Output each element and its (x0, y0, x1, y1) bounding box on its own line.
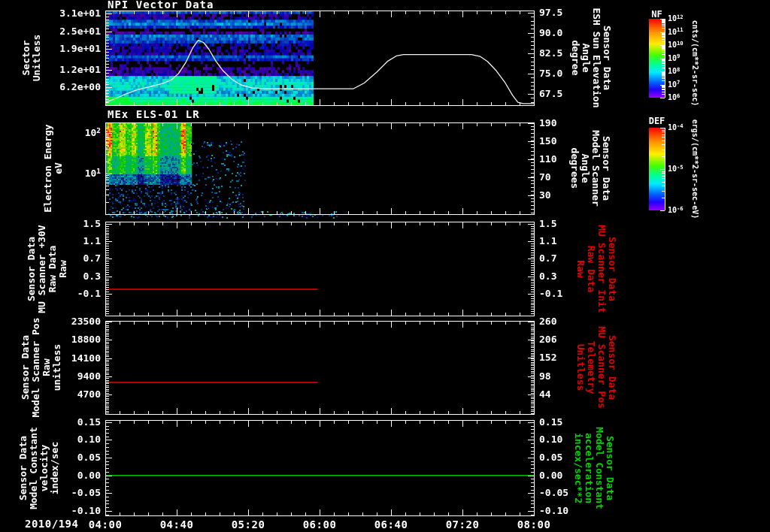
x-tick-label-4: 06:40 (365, 518, 417, 530)
right-tick-label-els-3: 70 (539, 171, 551, 183)
right-axis-label-model-scanner-pos: Sensor Data MU Scanner Pos Telemetry Uni… (575, 326, 617, 409)
right-tick-label-mu-scanner-30v-2: 0.7 (539, 252, 556, 264)
right-tick-label-model-scanner-pos-2: 152 (539, 352, 556, 364)
right-tick-label-model-constant-velocity-5: -0.10 (539, 505, 568, 517)
left-tick-label-model-scanner-pos-4: 4700 (30, 388, 101, 401)
right-tick-label-npi-2: 82.5 (539, 47, 562, 59)
left-tick-label-mu-scanner-30v-2: 0.7 (30, 252, 101, 264)
left-tick-label-model-scanner-pos-2: 14100 (30, 352, 101, 364)
right-tick-label-model-scanner-pos-4: 44 (539, 388, 551, 401)
right-tick-label-mu-scanner-30v-1: 1.1 (539, 235, 556, 247)
left-tick-label-model-constant-velocity-5: -0.10 (30, 505, 101, 517)
right-tick-label-npi-0: 97.5 (539, 7, 562, 19)
left-tick-label-mu-scanner-30v-0: 1.5 (30, 218, 101, 230)
left-tick-label-model-scanner-pos-1: 18800 (30, 334, 101, 346)
right-tick-label-model-constant-velocity-2: 0.05 (539, 452, 562, 464)
right-axis-label-els: Sensor Data Model Scanner Angle degrees (569, 130, 611, 207)
left-axis-label-model-scanner-pos: Sensor Data Model Scanner Pos Raw unitle… (20, 317, 62, 417)
axis-labels-layer: Sector UnitlessSensor Data ESH Sun Eleva… (0, 0, 770, 532)
left-tick-label-mu-scanner-30v-3: 0.3 (30, 271, 101, 283)
colorbar-tick-nf-3: 109 (668, 54, 680, 64)
colorbar-tick-nf-2: 1010 (668, 41, 684, 50)
x-tick-label-0: 04:00 (80, 518, 131, 530)
right-tick-label-model-constant-velocity-3: 0.00 (539, 470, 562, 482)
colorbar-title-def: DEF (645, 116, 668, 126)
left-tick-label-npi-2: 1.9e+01 (30, 43, 101, 55)
colorbar-unit-nf: cnts/(cm**2-sr-sec) (690, 20, 700, 106)
colorbar-tick-nf-6: 106 (668, 93, 680, 103)
right-tick-label-els-1: 150 (539, 135, 556, 147)
right-tick-label-model-constant-velocity-0: 0.15 (539, 416, 562, 428)
left-tick-label-model-constant-velocity-1: 0.10 (30, 434, 101, 446)
left-tick-label-mu-scanner-30v-1: 1.1 (30, 235, 101, 247)
colorbar-tick-def-2: 10-6 (668, 206, 684, 216)
left-tick-label-model-constant-velocity-4: -0.05 (30, 487, 101, 499)
colorbar-title-nf: NF (645, 10, 668, 20)
x-tick-label-2: 05:20 (223, 518, 274, 530)
science-plot-figure: NPI Vector Data MEx ELS-01 LR 2010/194 S… (0, 0, 770, 532)
x-tick-label-5: 07:20 (437, 518, 488, 530)
right-axis-label-model-constant-velocity: Sensor Data Model Constant acceleration … (573, 427, 615, 509)
left-tick-label-npi-4: 6.2e+00 (30, 81, 101, 93)
left-tick-label-npi-1: 2.5e+01 (30, 26, 101, 38)
left-tick-label-model-scanner-pos-3: 9400 (30, 370, 101, 382)
left-tick-label-model-constant-velocity-2: 0.05 (30, 452, 101, 464)
left-tick-label-npi-3: 1.2e+01 (30, 64, 101, 76)
right-axis-label-npi: Sensor Data ESH Sun Elevation Angle degr… (570, 8, 612, 107)
x-tick-label-1: 04:40 (151, 518, 202, 530)
colorbar-unit-def: ergs/(cm**2-sr-sec-eV) (690, 119, 700, 219)
x-tick-label-6: 08:00 (508, 518, 559, 530)
right-tick-label-npi-1: 90.0 (539, 27, 562, 39)
right-tick-label-model-scanner-pos-1: 206 (539, 334, 556, 346)
colorbar-tick-nf-4: 108 (668, 67, 680, 77)
right-tick-label-model-constant-velocity-1: 0.10 (539, 434, 562, 446)
right-tick-label-model-constant-velocity-4: -0.05 (539, 487, 568, 499)
right-tick-label-mu-scanner-30v-4: -0.1 (539, 288, 562, 300)
left-tick-label-npi-0: 3.1e+01 (30, 8, 101, 20)
colorbar-tick-nf-5: 107 (668, 80, 680, 90)
right-tick-label-els-0: 190 (539, 117, 556, 129)
left-tick-label-model-constant-velocity-3: 0.00 (30, 470, 101, 482)
colorbar-tick-nf-1: 1011 (668, 28, 684, 38)
right-tick-label-npi-4: 67.5 (539, 88, 562, 100)
right-tick-label-mu-scanner-30v-0: 1.5 (539, 218, 556, 230)
right-tick-label-els-2: 110 (539, 153, 556, 165)
colorbar-tick-nf-0: 1012 (668, 14, 684, 24)
left-tick-label-els-1: 101 (30, 168, 101, 180)
right-axis-label-mu-scanner-30v: Sensor Data MU Scanner Init Raw Data Raw (575, 225, 617, 313)
left-tick-label-els-0: 102 (30, 127, 101, 140)
right-tick-label-mu-scanner-30v-3: 0.3 (539, 271, 556, 283)
left-tick-label-mu-scanner-30v-4: -0.1 (30, 288, 101, 300)
right-tick-label-npi-3: 75.0 (539, 68, 562, 80)
colorbar-tick-def-0: 10-4 (668, 123, 684, 133)
x-tick-label-3: 06:00 (294, 518, 345, 530)
right-tick-label-els-4: 30 (539, 189, 551, 201)
colorbar-tick-def-1: 10-5 (668, 165, 684, 174)
left-tick-label-model-constant-velocity-0: 0.15 (30, 416, 101, 428)
right-tick-label-model-scanner-pos-3: 98 (539, 370, 551, 382)
right-tick-label-model-scanner-pos-0: 260 (539, 316, 556, 328)
left-tick-label-model-scanner-pos-0: 23500 (30, 316, 101, 328)
